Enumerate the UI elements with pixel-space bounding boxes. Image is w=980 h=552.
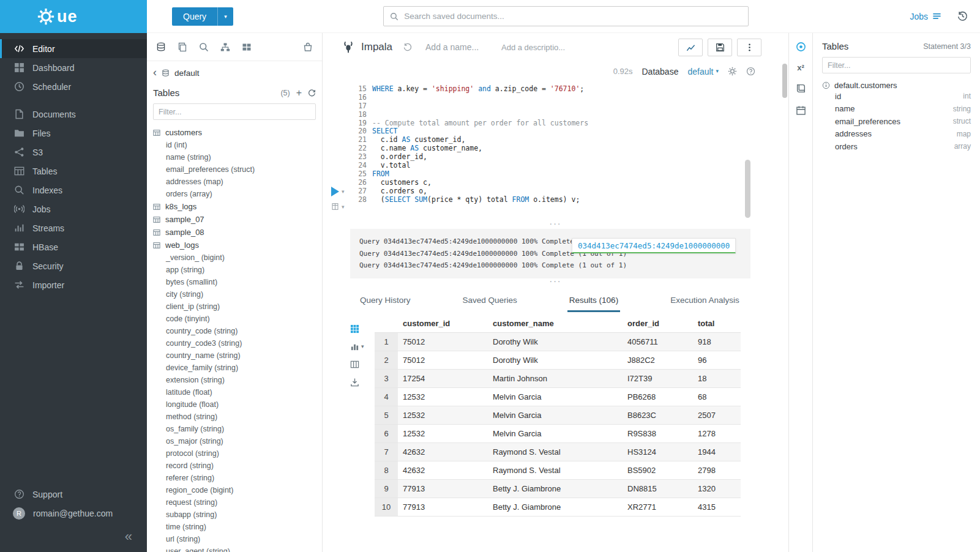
results-column-header[interactable]: customer_name [488, 315, 623, 333]
assist-column[interactable]: os_family (string) [153, 423, 316, 435]
results-cell[interactable]: PB6268 [623, 387, 693, 406]
results-cell[interactable]: 17254 [398, 369, 488, 387]
help-icon[interactable] [746, 67, 755, 76]
tab-results-106-[interactable]: Results (106) [567, 291, 620, 312]
results-column-header[interactable]: total [693, 315, 741, 333]
chart-view-button[interactable]: ▾ [350, 342, 364, 351]
code-editor[interactable]: 15WHERE a.key = 'shipping' and a.zip_cod… [323, 81, 788, 221]
results-column-header[interactable]: customer_id [398, 315, 488, 333]
results-cell[interactable]: 1278 [693, 424, 741, 442]
table-row[interactable]: 612532Melvin GarciaR9S8381278 [375, 424, 741, 442]
execute-button[interactable]: ▾ [331, 187, 345, 196]
results-cell[interactable]: 96 [693, 351, 741, 369]
chart-button[interactable] [678, 39, 703, 56]
active-table-row[interactable]: default.customers [822, 81, 971, 90]
results-cell[interactable]: 12532 [398, 406, 488, 424]
assist-column[interactable]: subapp (string) [153, 509, 316, 521]
sitemap-icon[interactable] [220, 42, 230, 52]
sidebar-item-dashboard[interactable]: Dashboard [0, 58, 147, 77]
sidebar-item-importer[interactable]: Importer [0, 275, 147, 294]
sidebar-item-security[interactable]: Security [0, 256, 147, 275]
sidebar-item-streams[interactable]: Streams [0, 218, 147, 237]
assist-column[interactable]: time (string) [153, 521, 316, 533]
assist-column[interactable]: region_code (bigint) [153, 484, 316, 496]
results-cell[interactable]: R9S838 [623, 424, 693, 442]
tab-execution-analysis[interactable]: Execution Analysis [668, 291, 741, 312]
results-cell[interactable]: J882C2 [623, 351, 693, 369]
assist-column[interactable]: user_agent (string) [153, 545, 316, 552]
results-cell[interactable]: HS3124 [623, 442, 693, 461]
right-assist-column-email_preferences[interactable]: email_preferencesstruct [822, 115, 971, 128]
assist-column[interactable]: code (tinyint) [153, 313, 316, 325]
assist-column[interactable]: orders (array) [153, 188, 316, 200]
resize-handle-bottom[interactable] [323, 278, 788, 285]
assist-column[interactable]: city (string) [153, 288, 316, 300]
results-cell[interactable]: Dorothy Wilk [488, 351, 623, 369]
search-input[interactable] [404, 12, 742, 21]
assist-table-k8s_logs[interactable]: k8s_logs [153, 200, 316, 213]
sidebar-item-account[interactable]: R romain@gethue.com [0, 504, 147, 523]
assist-column[interactable]: name (string) [153, 151, 316, 163]
results-cell[interactable]: 42632 [398, 461, 488, 479]
panel-scrollbar[interactable] [782, 64, 787, 98]
sidebar-item-support[interactable]: Support [0, 485, 147, 504]
assist-column[interactable]: url (string) [153, 533, 316, 545]
new-query-dropdown[interactable]: ▾ [217, 7, 233, 26]
active-table-name[interactable]: default.customers [834, 81, 897, 90]
assist-table-sample_08[interactable]: sample_08 [153, 226, 316, 239]
data-source-icon[interactable] [156, 42, 166, 52]
results-cell[interactable]: 1320 [693, 479, 741, 498]
add-table-button[interactable]: + [296, 88, 302, 98]
right-assist-column-name[interactable]: namestring [822, 103, 971, 116]
back-chevron-icon[interactable]: ‹ [153, 67, 157, 78]
results-cell[interactable]: 68 [693, 387, 741, 406]
results-cell[interactable]: Betty J. Giambrone [488, 479, 623, 498]
results-cell[interactable]: 42632 [398, 442, 488, 461]
results-cell[interactable]: 12532 [398, 424, 488, 442]
assist-column[interactable]: protocol (string) [153, 447, 316, 460]
table-row[interactable]: 512532Melvin GarciaB8623C2507 [375, 406, 741, 424]
right-assist-column-addresses[interactable]: addressesmap [822, 128, 971, 141]
new-query-button[interactable]: Query ▾ [172, 7, 233, 26]
assist-column[interactable]: country_code (string) [153, 325, 316, 337]
sidebar-item-scheduler[interactable]: Scheduler [0, 77, 147, 96]
right-assist-column-orders[interactable]: ordersarray [822, 140, 971, 153]
table-row[interactable]: 842632Raymond S. VestalBS59022798 [375, 461, 741, 479]
breadcrumb-database[interactable]: default [174, 69, 200, 78]
table-row[interactable]: 742632Raymond S. VestalHS31241944 [375, 442, 741, 461]
sidebar-collapse-button[interactable]: « [0, 523, 147, 552]
assist-column[interactable]: email_preferences (struct) [153, 163, 316, 176]
assist-search-icon[interactable] [199, 42, 209, 52]
database-select[interactable]: default ▾ [687, 67, 719, 76]
refresh-icon[interactable] [308, 89, 316, 97]
save-button[interactable] [708, 39, 732, 56]
history-icon[interactable] [957, 11, 968, 21]
sidebar-item-documents[interactable]: Documents [0, 105, 147, 124]
language-reference-icon[interactable] [796, 83, 806, 94]
sidebar-item-jobs[interactable]: Jobs [0, 200, 147, 218]
assist-column[interactable]: country_name (string) [153, 349, 316, 362]
results-cell[interactable]: BS5902 [623, 461, 693, 479]
assist-table-web_logs[interactable]: web_logs [153, 239, 316, 252]
tab-saved-queries[interactable]: Saved Queries [461, 291, 519, 312]
assist-column[interactable]: method (string) [153, 411, 316, 423]
settings-gear-icon[interactable] [728, 67, 737, 76]
snippet-history-icon[interactable] [403, 43, 412, 51]
results-cell[interactable]: Martin Johnson [488, 369, 623, 387]
results-cell[interactable]: 18 [693, 369, 741, 387]
snippet-menu-button[interactable]: ▾ [331, 203, 345, 211]
results-cell[interactable]: Raymond S. Vestal [488, 442, 623, 461]
grid-view-icon[interactable] [350, 324, 359, 334]
results-cell[interactable]: XR2771 [623, 498, 693, 516]
assist-column[interactable]: country_code3 (string) [153, 337, 316, 349]
results-cell[interactable]: 2798 [693, 461, 741, 479]
results-cell[interactable]: 2507 [693, 406, 741, 424]
table-row[interactable]: 175012Dorothy Wilk4056711918 [375, 332, 741, 351]
results-cell[interactable]: Raymond S. Vestal [488, 461, 623, 479]
assist-column[interactable]: bytes (smallint) [153, 276, 316, 288]
sidebar-item-editor[interactable]: Editor [0, 39, 147, 58]
assist-column[interactable]: referer (string) [153, 472, 316, 484]
assistant-icon[interactable] [796, 42, 806, 52]
assist-column[interactable]: extension (string) [153, 374, 316, 386]
resize-handle-top[interactable] [323, 221, 788, 228]
